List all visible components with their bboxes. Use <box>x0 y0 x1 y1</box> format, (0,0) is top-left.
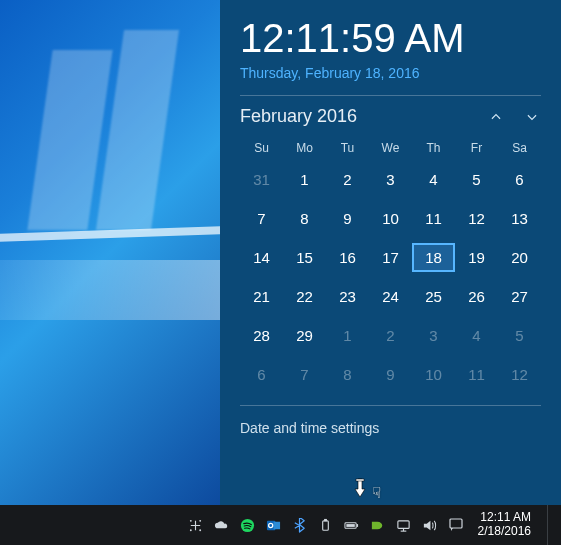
calendar-dow-header: Fr <box>455 141 498 155</box>
calendar-day[interactable]: 1 <box>326 321 369 350</box>
divider <box>240 405 541 406</box>
calendar-day[interactable]: 11 <box>412 204 455 233</box>
calendar-dow-header: Tu <box>326 141 369 155</box>
calendar-day[interactable]: 31 <box>240 165 283 194</box>
taskbar-time: 12:11 AM <box>478 511 531 525</box>
show-desktop-button[interactable] <box>547 505 553 545</box>
svg-point-1 <box>190 519 192 521</box>
calendar-day[interactable]: 29 <box>283 321 326 350</box>
network-tray-icon[interactable] <box>396 517 412 533</box>
taskbar-clock[interactable]: 12:11 AM 2/18/2016 <box>474 511 537 539</box>
clock-long-date[interactable]: Thursday, February 18, 2016 <box>240 65 541 81</box>
calendar-day[interactable]: 8 <box>326 360 369 389</box>
action-center-button[interactable] <box>448 517 464 533</box>
calendar-day[interactable]: 7 <box>240 204 283 233</box>
system-tray: 12:11 AM 2/18/2016 <box>180 505 561 545</box>
calendar-day[interactable]: 7 <box>283 360 326 389</box>
desktop-wallpaper <box>0 0 220 505</box>
chevron-up-icon <box>489 110 503 124</box>
calendar-day[interactable]: 22 <box>283 282 326 311</box>
calendar-day[interactable]: 5 <box>455 165 498 194</box>
calendar-day[interactable]: 13 <box>498 204 541 233</box>
calendar-day[interactable]: 4 <box>412 165 455 194</box>
calendar-day[interactable]: 1 <box>283 165 326 194</box>
svg-rect-12 <box>357 524 358 527</box>
calendar-day[interactable]: 10 <box>412 360 455 389</box>
spotify-tray-icon[interactable] <box>240 517 256 533</box>
taskbar: 12:11 AM 2/18/2016 <box>0 505 561 545</box>
calendar-grid: SuMoTuWeThFrSa31123456789101112131415161… <box>240 141 541 389</box>
calendar-day[interactable]: 6 <box>240 360 283 389</box>
calendar-day[interactable]: 20 <box>498 243 541 272</box>
taskbar-date: 2/18/2016 <box>478 525 531 539</box>
calendar-day[interactable]: 12 <box>498 360 541 389</box>
calendar-day[interactable]: 2 <box>326 165 369 194</box>
chevron-down-icon <box>525 110 539 124</box>
calendar-dow-header: Th <box>412 141 455 155</box>
date-time-settings-link[interactable]: Date and time settings <box>240 420 541 436</box>
calendar-day[interactable]: 14 <box>240 243 283 272</box>
calendar-day[interactable]: 4 <box>455 321 498 350</box>
calendar-day[interactable]: 9 <box>369 360 412 389</box>
calendar-day[interactable]: 21 <box>240 282 283 311</box>
svg-point-2 <box>199 519 201 521</box>
clock-time: 12:11:59 AM <box>240 16 541 61</box>
calendar-day[interactable]: 24 <box>369 282 412 311</box>
calendar-dow-header: We <box>369 141 412 155</box>
svg-point-3 <box>190 529 192 531</box>
calendar-day[interactable]: 17 <box>369 243 412 272</box>
calendar-month-title[interactable]: February 2016 <box>240 106 357 127</box>
calendar-dow-header: Sa <box>498 141 541 155</box>
calendar-day[interactable]: 16 <box>326 243 369 272</box>
calendar-day[interactable]: 15 <box>283 243 326 272</box>
calendar-day[interactable]: 23 <box>326 282 369 311</box>
calendar-day[interactable]: 19 <box>455 243 498 272</box>
next-month-button[interactable] <box>523 108 541 126</box>
battery-tray-icon[interactable] <box>344 517 360 533</box>
calendar-day[interactable]: 11 <box>455 360 498 389</box>
svg-rect-9 <box>323 520 329 529</box>
usb-eject-tray-icon[interactable] <box>318 517 334 533</box>
bluetooth-tray-icon[interactable] <box>292 517 308 533</box>
prev-month-button[interactable] <box>487 108 505 126</box>
calendar-day[interactable]: 10 <box>369 204 412 233</box>
calendar-day[interactable]: 6 <box>498 165 541 194</box>
calendar-day[interactable]: 3 <box>369 165 412 194</box>
nvidia-tray-icon[interactable] <box>370 517 386 533</box>
calendar-day[interactable]: 8 <box>283 204 326 233</box>
svg-rect-15 <box>450 519 462 528</box>
volume-tray-icon[interactable] <box>422 517 438 533</box>
svg-rect-7 <box>274 521 281 529</box>
svg-point-4 <box>199 529 201 531</box>
svg-rect-14 <box>398 520 409 528</box>
tray-overflow-icon[interactable] <box>188 517 204 533</box>
calendar-day[interactable]: 27 <box>498 282 541 311</box>
calendar-day[interactable]: 25 <box>412 282 455 311</box>
calendar-day[interactable]: 26 <box>455 282 498 311</box>
onedrive-tray-icon[interactable] <box>214 517 230 533</box>
calendar-day[interactable]: 9 <box>326 204 369 233</box>
calendar-day[interactable]: 12 <box>455 204 498 233</box>
svg-rect-10 <box>324 518 327 520</box>
calendar-day[interactable]: 2 <box>369 321 412 350</box>
svg-rect-13 <box>346 524 354 527</box>
outlook-tray-icon[interactable] <box>266 517 282 533</box>
divider <box>240 95 541 96</box>
calendar-dow-header: Mo <box>283 141 326 155</box>
calendar-day[interactable]: 5 <box>498 321 541 350</box>
date-time-flyout: 12:11:59 AM Thursday, February 18, 2016 … <box>220 0 561 505</box>
calendar-day-today[interactable]: 18 <box>412 243 455 272</box>
calendar-day[interactable]: 3 <box>412 321 455 350</box>
calendar-header: February 2016 <box>240 106 541 127</box>
calendar-dow-header: Su <box>240 141 283 155</box>
calendar-day[interactable]: 28 <box>240 321 283 350</box>
